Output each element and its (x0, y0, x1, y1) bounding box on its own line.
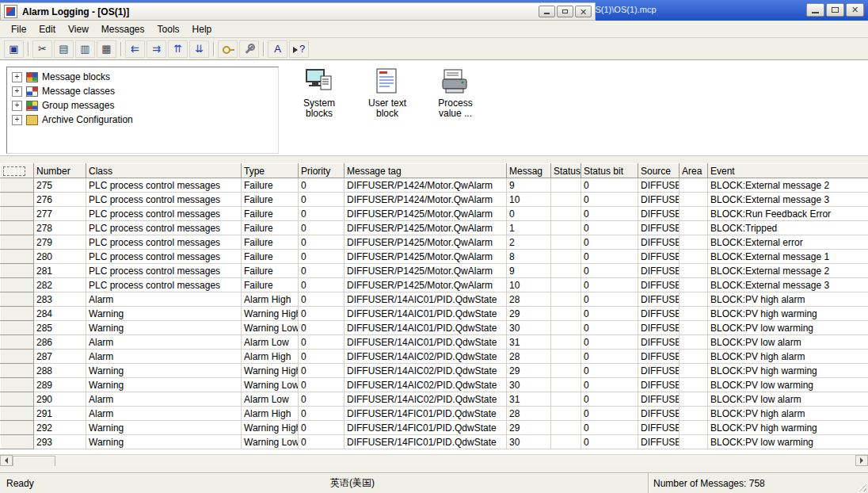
cell[interactable]: DIFFUSER/14AIC02/PID.QdwState (345, 378, 507, 392)
cell[interactable] (551, 392, 581, 407)
menu-view[interactable]: View (62, 22, 95, 36)
cell[interactable]: PLC process control messages (86, 235, 242, 250)
cell[interactable] (680, 264, 708, 278)
maximize-icon[interactable] (557, 6, 573, 17)
cell[interactable] (680, 307, 708, 321)
cell[interactable] (680, 335, 708, 350)
cell[interactable]: Warning (86, 435, 242, 449)
menu-messages[interactable]: Messages (95, 22, 151, 36)
cell[interactable]: DIFFUSER/P1425/Motor.QwAlarm (345, 264, 507, 278)
scroll-right-button[interactable] (855, 455, 868, 466)
select-all-box[interactable] (3, 166, 25, 176)
cell[interactable]: 291 (34, 407, 86, 421)
expand-icon[interactable] (12, 86, 22, 97)
cell[interactable]: Failure (242, 250, 299, 264)
cell[interactable] (680, 321, 708, 335)
cell[interactable]: DIFFUSER/14AIC01/PID.QdwState (345, 292, 507, 307)
system-blocks-button[interactable]: System blocks (293, 65, 345, 119)
row-selector[interactable] (1, 421, 34, 435)
message-view-4-button[interactable]: ⇊ (189, 40, 209, 58)
minimize-icon[interactable] (806, 3, 824, 17)
column-header-area[interactable]: Area (680, 164, 708, 178)
cell[interactable]: BLOCK:External message 1 (708, 250, 868, 264)
cell[interactable]: BLOCK:External message 3 (708, 278, 868, 292)
expand-icon[interactable] (12, 115, 22, 125)
message-view-3-button[interactable]: ⇈ (168, 40, 188, 58)
cell[interactable]: Warning (86, 321, 242, 335)
table-row[interactable]: 291AlarmAlarm High0DIFFUSER/14FIC01/PID.… (1, 407, 868, 421)
cell[interactable]: PLC process control messages (86, 264, 242, 278)
row-selector[interactable] (1, 178, 34, 193)
cell[interactable]: 0 (299, 250, 345, 264)
table-row[interactable]: 286AlarmAlarm Low0DIFFUSER/14AIC01/PID.Q… (1, 335, 868, 350)
table-row[interactable]: 289WarningWarning Low0DIFFUSER/14AIC02/P… (1, 378, 868, 392)
row-selector[interactable] (1, 207, 34, 221)
maximize-icon[interactable] (826, 3, 844, 17)
font-button[interactable]: A (268, 40, 287, 58)
cell[interactable] (551, 435, 581, 449)
cell[interactable]: BLOCK:PV low alarm (708, 392, 868, 407)
cell[interactable]: 9 (507, 178, 551, 193)
cell[interactable]: 29 (507, 421, 551, 435)
cell[interactable] (680, 292, 708, 307)
cell[interactable]: DIFFUSER (638, 378, 680, 392)
menu-edit[interactable]: Edit (32, 22, 62, 36)
cell[interactable]: BLOCK:PV low alarm (708, 335, 868, 350)
cell[interactable] (551, 335, 581, 350)
cell[interactable]: 29 (507, 364, 551, 378)
column-header-class[interactable]: Class (86, 164, 242, 178)
expand-icon[interactable] (12, 101, 22, 111)
row-selector[interactable] (1, 264, 34, 278)
cell[interactable]: 280 (34, 250, 86, 264)
column-header-status-bit[interactable]: Status bit (581, 164, 638, 178)
cell[interactable] (551, 407, 581, 421)
cell[interactable]: 281 (34, 264, 86, 278)
cell[interactable] (551, 292, 581, 307)
cell[interactable]: Alarm Low (242, 392, 299, 407)
cell[interactable]: Warning (86, 307, 242, 321)
cell[interactable]: 0 (581, 435, 638, 449)
cell[interactable]: DIFFUSER (638, 207, 680, 221)
cell[interactable]: BLOCK:PV low warming (708, 378, 868, 392)
cell[interactable]: Alarm (86, 292, 242, 307)
close-icon[interactable] (575, 6, 592, 17)
cell[interactable] (680, 364, 708, 378)
cell[interactable] (680, 235, 708, 250)
cell[interactable]: 31 (507, 392, 551, 407)
cell[interactable]: PLC process control messages (86, 278, 242, 292)
cell[interactable]: 286 (34, 335, 86, 350)
cell[interactable]: 0 (581, 378, 638, 392)
cell[interactable]: 0 (299, 221, 345, 235)
cell[interactable]: BLOCK:External message 3 (708, 193, 868, 207)
cell[interactable]: 289 (34, 378, 86, 392)
cell[interactable]: 2 (507, 235, 551, 250)
scrollbar-thumb[interactable] (13, 456, 55, 467)
cell[interactable]: DIFFUSER/14AIC01/PID.QdwState (345, 321, 507, 335)
print-button[interactable]: ▦ (97, 40, 116, 58)
cell[interactable]: 10 (507, 193, 551, 207)
cell[interactable]: DIFFUSER (638, 250, 680, 264)
cell[interactable]: DIFFUSER (638, 392, 680, 407)
cell[interactable]: 0 (581, 207, 638, 221)
cell[interactable]: 28 (507, 350, 551, 364)
cell[interactable]: Alarm (86, 350, 242, 364)
cell[interactable]: 0 (299, 392, 345, 407)
cell[interactable]: 0 (299, 307, 345, 321)
cell[interactable] (551, 207, 581, 221)
row-selector[interactable] (1, 235, 34, 250)
cell[interactable] (680, 435, 708, 449)
cell[interactable]: Warning (86, 364, 242, 378)
cell[interactable]: 0 (299, 292, 345, 307)
cell[interactable]: BLOCK:PV high alarm (708, 407, 868, 421)
cell[interactable]: 0 (299, 378, 345, 392)
row-selector[interactable] (1, 292, 34, 307)
cell[interactable]: DIFFUSER/14FIC01/PID.QdwState (345, 421, 507, 435)
cell[interactable]: 0 (299, 193, 345, 207)
cell[interactable] (551, 235, 581, 250)
cell[interactable] (551, 264, 581, 278)
cell[interactable]: 28 (507, 292, 551, 307)
cell[interactable] (551, 278, 581, 292)
cell[interactable]: BLOCK:PV high warming (708, 307, 868, 321)
cell[interactable]: BLOCK:External message 2 (708, 178, 868, 193)
cell[interactable]: DIFFUSER (638, 221, 680, 235)
